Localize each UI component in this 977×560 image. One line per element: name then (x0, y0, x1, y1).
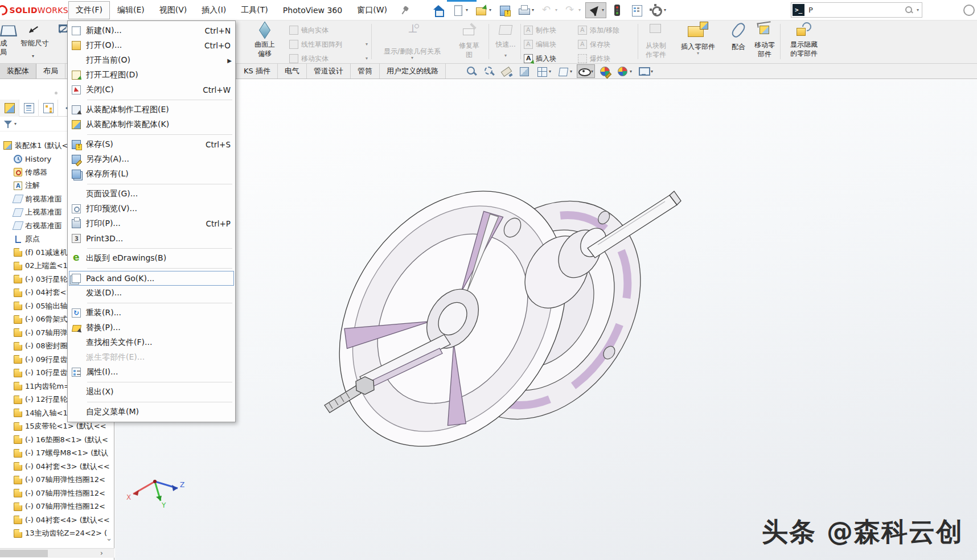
file-menu-item[interactable]: 属性(I)... ▶ (68, 365, 235, 380)
command-tab[interactable]: 布局 (36, 64, 65, 79)
file-menu-item[interactable]: 另存为(A)... ▶ (68, 152, 235, 167)
menubar-item[interactable]: 工具(T) (233, 1, 275, 19)
file-menu-item[interactable]: Pack and Go(K)... ▶ (68, 271, 235, 286)
menubar-item[interactable]: 编辑(E) (110, 1, 152, 19)
chevron-down-icon[interactable]: ▾ (578, 7, 581, 13)
search-input[interactable]: P (808, 6, 905, 14)
search-icon[interactable] (905, 6, 913, 14)
heads-up-button[interactable]: ▾ (637, 64, 655, 78)
chevron-down-icon[interactable]: ▾ (32, 53, 34, 59)
mate-button[interactable]: 配合 (726, 20, 750, 51)
smart-dimension-button[interactable]: 智能尺寸 (17, 39, 52, 48)
quick-access-button[interactable]: ▾ (562, 2, 583, 18)
display-delete-relations-button[interactable]: 显示/删除几何关系 ▾ (375, 20, 450, 60)
mirror-entities-button[interactable]: 镜向实体 (289, 23, 368, 37)
surface-offset-button[interactable]: 曲面上 偏移 (242, 20, 288, 58)
command-tab[interactable]: 电气 (278, 64, 307, 79)
quick-access-button[interactable]: ▾ (496, 2, 513, 18)
quick-access-button[interactable]: ▾ (515, 2, 536, 18)
graphics-viewport[interactable]: X Y Z 头条 @森科云创 (115, 80, 977, 560)
menubar-item[interactable]: 窗口(W) (350, 1, 395, 19)
tree-item[interactable]: (-) 17螺母M8<1> (默认 (0, 447, 114, 460)
make-part-from-block-button[interactable]: 从块制 作零件 (641, 20, 671, 59)
heads-up-button[interactable]: ▾ (482, 64, 496, 78)
insert-components-button[interactable]: 插入零部件 ▾ (672, 20, 724, 56)
tree-item[interactable]: 13主动齿轮Z=24<2> ( (0, 527, 114, 541)
3d-model-planetary-gear-assembly[interactable] (239, 142, 695, 472)
file-menu-item[interactable]: 重装(R)... ▶ (68, 306, 235, 320)
chevron-down-icon[interactable]: ▾ (630, 69, 632, 74)
file-menu-item[interactable]: 替换(P)... ▶ (68, 320, 235, 335)
quick-snaps-button[interactable]: 快速... ▾ (492, 20, 519, 58)
chevron-down-icon[interactable]: ▾ (664, 7, 666, 13)
file-menu-item[interactable]: 打开当前(O) ▶ (68, 53, 235, 68)
scrollbar-right-arrow[interactable]: › (97, 549, 106, 558)
make-block-button[interactable]: 制作块 (524, 23, 578, 37)
filter-icon[interactable] (3, 120, 13, 129)
file-menu-item[interactable]: 页面设置(G)... ▶ (68, 187, 235, 201)
command-tab[interactable]: 管道设计 (307, 64, 351, 79)
linear-sketch-pattern-button[interactable]: 线性草图阵列▾ (289, 37, 368, 51)
file-menu-item[interactable]: 发送(D)... ▶ (68, 286, 235, 300)
file-menu-item[interactable]: 出版到 eDrawings(B) ▶ (68, 251, 235, 266)
chevron-down-icon[interactable]: ▾ (492, 53, 519, 58)
heads-up-button[interactable]: ▾ (577, 64, 595, 78)
chevron-down-icon[interactable]: ▾ (672, 51, 724, 56)
quick-access-button[interactable]: ▾ (628, 2, 645, 18)
chevron-down-icon[interactable]: ▾ (549, 69, 551, 74)
command-tab[interactable]: KS 插件 (236, 64, 278, 79)
chevron-down-icon[interactable]: ▾ (602, 7, 604, 13)
file-menu-item[interactable]: 从装配体制作工程图(E) ▶ (68, 102, 235, 117)
file-menu-item[interactable]: 派生零部件(E)... ▶ (68, 350, 235, 365)
heads-up-button[interactable]: ▾ (464, 64, 479, 78)
file-menu-item[interactable]: 退出(X) ▶ (68, 385, 235, 400)
panel-tab[interactable] (0, 100, 19, 117)
panel-tab[interactable] (19, 100, 39, 117)
scrollbar-thumb[interactable] (0, 550, 48, 557)
tree-scroll-down-icon[interactable]: ⌄ (106, 534, 112, 542)
chevron-down-icon[interactable]: ▾ (375, 56, 450, 60)
chevron-down-icon[interactable]: ▾ (366, 56, 368, 61)
smart-dimension-icon[interactable] (27, 24, 40, 35)
heads-up-button[interactable]: ▾ (517, 64, 532, 78)
chevron-down-icon[interactable]: ▾ (651, 69, 653, 74)
file-menu-item[interactable]: 保存(S) Ctrl+S ▶ (68, 137, 235, 152)
create-layout-label[interactable]: 成 (0, 39, 17, 48)
menubar-item[interactable]: PhotoView 360 (276, 2, 350, 19)
tree-item[interactable]: (-) 16垫圈8<1> (默认< (0, 433, 114, 447)
file-menu-item[interactable]: 自定义菜单(M) ▶ (68, 405, 235, 419)
heads-up-button[interactable]: ▾ (499, 64, 514, 78)
menubar-item[interactable]: 插入(I) (194, 1, 233, 19)
tree-item[interactable]: (-) 04衬套<4> (默认<< (0, 513, 114, 527)
file-menu-item[interactable]: 关闭(C) Ctrl+W ▶ (68, 83, 235, 97)
heads-up-button[interactable]: ▾ (556, 64, 574, 78)
chevron-down-icon[interactable]: ▾ (466, 7, 468, 13)
chevron-down-icon[interactable]: ▾ (14, 121, 17, 126)
edit-block-button[interactable]: 编辑块 (524, 37, 578, 51)
create-layout-icon[interactable] (0, 26, 17, 36)
horizontal-scrollbar[interactable]: › (0, 548, 114, 558)
chevron-down-icon[interactable]: ▾ (555, 7, 557, 13)
file-menu-item[interactable]: 查找相关文件(F)... ▶ (68, 335, 235, 350)
heads-up-button[interactable]: ▾ (615, 64, 634, 78)
quick-access-button[interactable]: ▾ (585, 2, 606, 18)
file-menu-item[interactable]: 新建(N)... Ctrl+N ▶ (68, 23, 235, 38)
tree-item[interactable]: (-) 04衬套<3> (默认<< (0, 460, 114, 473)
file-menu-item[interactable]: 打印(P)... Ctrl+P ▶ (68, 216, 235, 231)
menubar-item[interactable]: 文件(F) (68, 1, 110, 19)
quick-access-button[interactable]: ▾ (473, 2, 494, 18)
command-tab[interactable]: 管筒 (351, 64, 380, 79)
add-remove-button[interactable]: 添加/移除 (578, 23, 619, 37)
file-menu-item[interactable]: 打开(O)... Ctrl+O ▶ (68, 38, 235, 53)
panel-tab[interactable] (39, 100, 58, 117)
move-component-button[interactable]: 移动零 部件 (752, 20, 778, 59)
chevron-down-icon[interactable]: ▾ (489, 7, 491, 13)
command-tab[interactable]: 装配体 (0, 64, 36, 79)
quick-access-button[interactable]: ▾ (449, 2, 470, 18)
quick-access-button[interactable]: ▾ (647, 2, 668, 18)
panel-splitter-grip[interactable] (55, 92, 58, 94)
menubar-item[interactable]: 视图(V) (152, 1, 195, 19)
file-menu-item[interactable]: 从装配体制作装配体(K) ▶ (68, 117, 235, 132)
search-dropdown-icon[interactable]: ▾ (917, 7, 919, 13)
show-hidden-components-button[interactable]: 显示隐藏 的零部件 (783, 20, 824, 58)
